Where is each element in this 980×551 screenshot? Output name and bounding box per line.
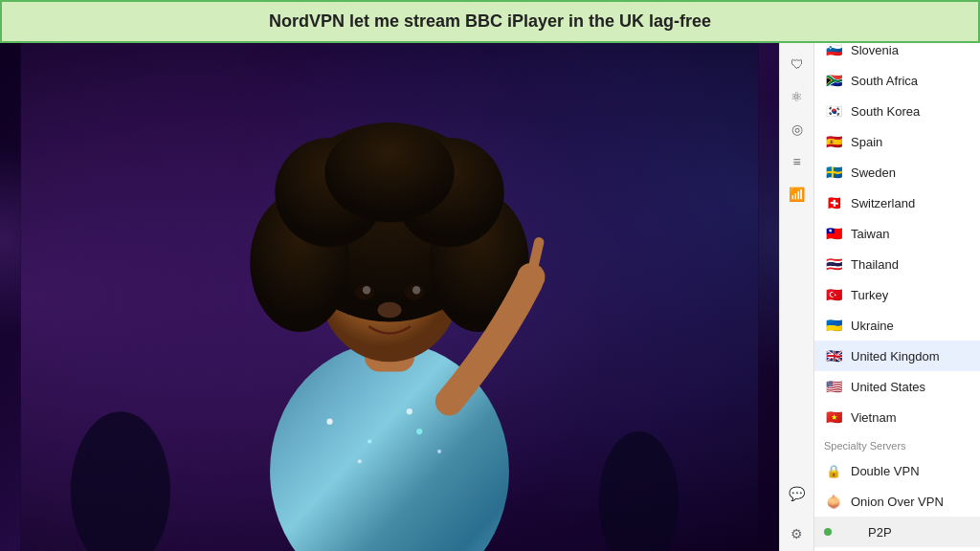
specialty-item[interactable]: 🔒Double VPN [814,455,980,486]
nodes-icon[interactable]: ⚛ [788,87,807,106]
country-flag: 🇻🇳 [824,408,843,427]
country-item[interactable]: 🇪🇸Spain [814,126,980,157]
country-flag: 🇹🇭 [824,254,843,274]
svg-point-7 [326,419,332,425]
svg-point-25 [378,302,402,319]
country-flag: 🇬🇧 [824,346,843,365]
svg-point-9 [407,408,412,414]
svg-point-24 [412,286,420,294]
country-item[interactable]: 🇹🇷Turkey [814,279,980,310]
specialty-item[interactable]: 🧅Onion Over VPN [814,486,980,517]
country-name: Slovenia [851,43,899,57]
country-item[interactable]: 🇸🇮Slovenia [814,43,980,65]
country-name: Vietnam [851,410,896,425]
specialty-item[interactable]: P2P [814,517,980,547]
target-icon[interactable]: ◎ [788,120,807,139]
settings-icon[interactable]: ⚙ [788,524,807,543]
banner-text: NordVPN let me stream BBC iPlayer in the… [269,11,711,31]
svg-point-12 [416,429,422,434]
country-item[interactable]: 🇨🇭Switzerland [814,187,980,218]
svg-point-10 [437,450,441,453]
svg-point-8 [368,439,371,443]
green-dot [824,528,832,536]
svg-point-23 [363,286,370,294]
country-item[interactable]: 🇹🇭Thailand [814,249,980,279]
specialty-icon [841,522,860,541]
country-name: United Kingdom [851,349,940,364]
video-player[interactable]: BBC [0,43,779,551]
svg-point-20 [324,122,454,222]
country-name: Ukraine [851,319,894,333]
specialty-name: P2P [868,525,892,540]
country-flag: 🇨🇭 [824,193,843,212]
sidebar-icon-bar: 🛡 ⚛ ◎ ≡ 📶 💬 ⚙ [780,43,814,551]
country-flag: 🇰🇷 [824,101,843,121]
chat-icon[interactable]: 💬 [788,484,807,503]
app-container: NordVPN let me stream BBC iPlayer in the… [0,0,980,551]
specialty-icon: 🧅 [824,492,843,511]
country-item[interactable]: 🇸🇪Sweden [814,157,980,187]
country-item[interactable]: 🇹🇼Taiwan [814,218,980,249]
country-item[interactable]: 🇻🇳Vietnam [814,402,980,432]
specialty-icon: 🔒 [824,461,843,480]
country-flag: 🇸🇪 [824,163,843,182]
country-item[interactable]: 🇬🇧United Kingdom [814,341,980,371]
country-name: South Korea [851,104,920,119]
country-flag: 🇹🇼 [824,224,843,243]
promo-banner: NordVPN let me stream BBC iPlayer in the… [0,0,980,43]
video-frame [0,43,779,551]
layers-icon[interactable]: ≡ [788,152,807,171]
specialty-name: Onion Over VPN [851,495,944,509]
country-flag: 🇸🇮 [824,43,843,59]
specialty-name: Double VPN [851,464,920,478]
country-flag: 🇹🇷 [824,285,843,304]
stats-icon[interactable]: 📶 [788,185,807,204]
country-item[interactable]: 🇿🇦South Africa [814,65,980,96]
video-content [0,43,779,551]
main-area: BBC [0,43,980,551]
country-name: Spain [851,135,882,149]
country-list[interactable]: 🇸🇰Slovakia🇸🇮Slovenia🇿🇦South Africa🇰🇷Sout… [814,43,980,551]
specialty-section-label: Specialty Servers [814,432,980,455]
country-name: Switzerland [851,196,915,210]
country-flag: 🇿🇦 [824,71,843,90]
country-item[interactable]: 🇺🇦Ukraine [814,310,980,341]
country-flag: 🇺🇸 [824,377,843,396]
country-name: Sweden [851,165,896,180]
country-name: South Africa [851,74,918,88]
shield-icon[interactable]: 🛡 [788,55,807,74]
svg-point-11 [358,459,362,463]
country-name: Turkey [851,288,888,302]
country-item[interactable]: 🇰🇷South Korea [814,96,980,126]
country-name: Taiwan [851,227,889,241]
country-name: Thailand [851,257,899,272]
country-name: United States [851,380,925,394]
country-flag: 🇺🇦 [824,316,843,335]
country-flag: 🇪🇸 [824,132,843,151]
sidebar: 🛡 ⚛ ◎ ≡ 📶 💬 ⚙ 🇸🇰Slovakia🇸🇮Slovenia🇿🇦Sout… [779,43,980,551]
country-item[interactable]: 🇺🇸United States [814,371,980,402]
